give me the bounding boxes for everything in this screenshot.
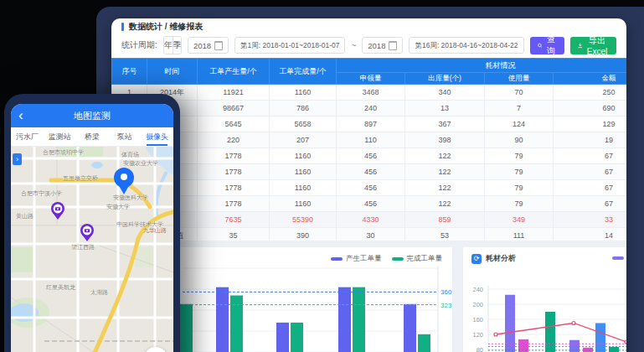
- map-place-label: 望江西路: [71, 243, 95, 251]
- filter-bar: 统计周期: 年季月周日 2018 第1周: 2018-01-01~2018-01…: [111, 34, 626, 56]
- table-row: 5177811604561227967: [112, 148, 627, 164]
- table-row: 42202071103989019: [112, 132, 627, 148]
- svg-text:360: 360: [440, 288, 452, 296]
- period-option-年[interactable]: 年: [164, 37, 173, 54]
- table-cell: 19: [554, 132, 627, 148]
- period-label: 统计周期:: [121, 39, 157, 51]
- sub-column-header: 申领量: [337, 73, 405, 85]
- camera-marker-icon[interactable]: [50, 202, 65, 220]
- year-start-select[interactable]: 2018: [188, 37, 229, 54]
- range-end-display[interactable]: 第16周: 2018-04-16~2018-04-22: [409, 37, 523, 54]
- search-icon: [538, 42, 543, 49]
- svg-text:200: 200: [472, 301, 483, 308]
- table-cell: 79: [485, 180, 554, 196]
- back-chevron-icon[interactable]: ‹: [18, 105, 23, 127]
- table-cell: 340: [405, 85, 485, 101]
- svg-text:120: 120: [472, 331, 483, 339]
- table-cell: 456: [337, 180, 405, 196]
- sub-column-header: 出库量(个): [405, 73, 485, 85]
- selected-pin-icon[interactable]: [111, 167, 137, 196]
- phone-tab-摄像头[interactable]: 摄像头: [141, 127, 173, 146]
- column-header: 工单产生量/个: [198, 59, 270, 85]
- sub-column-header: 金额: [554, 73, 627, 85]
- table-cell: 5658: [270, 116, 337, 132]
- table-cell: 79: [485, 196, 554, 212]
- map-place-label: 黄山路: [16, 212, 33, 220]
- phone-tab-bar: 污水厂监测站桥梁泵站摄像头: [11, 127, 173, 147]
- period-option-季[interactable]: 季: [173, 37, 182, 54]
- legend-pill: [331, 257, 343, 261]
- table-row: 356455658897367124129: [112, 116, 627, 132]
- map-expand-button[interactable]: ›: [13, 153, 22, 165]
- table-row: 7177811604561227967: [112, 180, 627, 196]
- breadcrumb: 数据统计 / 维修报表: [111, 18, 626, 34]
- calendar-icon: [389, 41, 397, 50]
- phone-screen: ‹ 地图监测 污水厂监测站桥梁泵站摄像头: [11, 104, 173, 352]
- map-place-label: 合肥市琥珀中学: [43, 148, 84, 157]
- table-cell: 220: [198, 132, 270, 148]
- breadcrumb-text: 数据统计 / 维修报表: [129, 21, 203, 33]
- table-cell: 67: [554, 196, 627, 212]
- table-cell: 90: [485, 132, 554, 148]
- table-cell: 349: [485, 212, 554, 228]
- svg-text:240: 240: [472, 286, 483, 293]
- legend-pill-cropped[interactable]: [612, 256, 624, 260]
- consumable-chart-panel: ⟳ 耗材分析 2402001601208040: [463, 247, 626, 352]
- group-column-header: 耗材情况: [337, 59, 627, 73]
- range-start-display[interactable]: 第1周: 2018-01-01~2018-01-07: [234, 37, 345, 54]
- table-cell: 1160: [270, 196, 337, 212]
- legend-item[interactable]: 产生工单量: [331, 254, 382, 264]
- camera-marker-icon[interactable]: [80, 224, 95, 242]
- year-end-select[interactable]: 2018: [362, 37, 403, 54]
- total-row: 合计763555390433085934933: [112, 212, 627, 228]
- download-icon: [578, 42, 583, 49]
- table-cell: 456: [337, 164, 405, 180]
- table-cell: 897: [337, 116, 405, 132]
- table-row: 6177811604561227967: [112, 164, 627, 180]
- table-cell: 11921: [198, 85, 270, 101]
- map-canvas[interactable]: 合肥市琥珀中学体育场安徽农业大学五里墩立交桥合肥市宁溪小学安徽医科大学安徽大学黄…: [11, 147, 173, 352]
- table-cell: 33: [554, 212, 627, 228]
- consumable-mixed-chart: 2402001601208040: [463, 270, 626, 352]
- table-row: 12014年119211160346834070250: [112, 85, 627, 101]
- table-cell: 98667: [198, 101, 270, 116]
- table-cell: 1160: [270, 148, 337, 164]
- table-cell: 67: [554, 180, 627, 196]
- column-header: 时间: [147, 59, 198, 85]
- column-header: 序号: [112, 59, 147, 85]
- table-cell: 4330: [337, 212, 405, 228]
- map-place-label: 五里墩立交桥: [63, 174, 98, 183]
- table-cell: 7635: [198, 212, 270, 228]
- table-cell: 456: [337, 196, 405, 212]
- table-cell: 1778: [198, 196, 270, 212]
- map-place-label: 红星美凯龙: [46, 283, 75, 292]
- table-cell: 124: [485, 116, 554, 132]
- table-row: 8177811604561227967: [112, 196, 627, 212]
- table-cell: 67: [554, 148, 627, 164]
- legend-pill: [392, 257, 404, 261]
- range-separator: ~: [351, 41, 356, 50]
- phone-tab-桥梁[interactable]: 桥梁: [76, 127, 109, 146]
- table-cell: 70: [485, 85, 554, 101]
- table-cell: 1778: [198, 148, 270, 164]
- svg-text:323: 323: [440, 302, 452, 309]
- phone-tab-泵站[interactable]: 泵站: [108, 127, 141, 146]
- svg-text:80: 80: [477, 346, 483, 352]
- year-start-value: 2018: [193, 41, 211, 50]
- table-cell: 207: [270, 132, 337, 148]
- query-button[interactable]: 查询: [530, 37, 564, 54]
- table-cell: 122: [405, 196, 485, 212]
- phone-header: ‹ 地图监测: [11, 104, 173, 127]
- phone-tab-污水厂[interactable]: 污水厂: [11, 127, 44, 146]
- legend-item[interactable]: 完成工单量: [392, 254, 443, 264]
- period-segmented-control: 年季月周日: [163, 36, 182, 54]
- table-cell: 13: [405, 101, 485, 116]
- dashboard-card: 数据统计 / 维修报表 统计周期: 年季月周日 2018 第1周: 2018-0…: [111, 18, 626, 352]
- export-excel-button[interactable]: 导出Excel: [570, 37, 616, 54]
- legend-label: 完成工单量: [407, 254, 443, 264]
- table-cell: 122: [405, 180, 485, 196]
- phone-tab-监测站[interactable]: 监测站: [44, 127, 76, 146]
- table-cell: 122: [405, 148, 485, 164]
- calendar-icon: [214, 41, 223, 50]
- table-row: 298667786240137690: [112, 101, 627, 116]
